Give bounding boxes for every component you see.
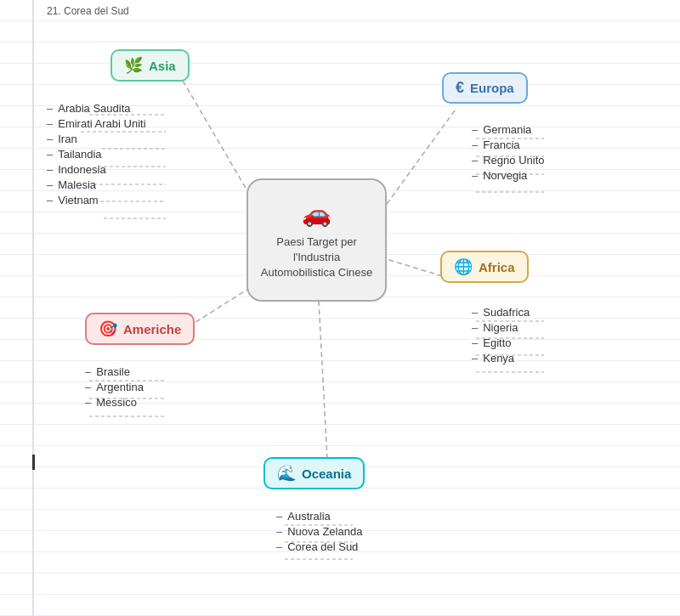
africa-country-list: Sudafrica Nigeria Egitto Kenya (472, 306, 530, 367)
central-node: 🚗 Paesi Target per l'Industria Automobil… (246, 178, 387, 302)
list-item: Indonesia (47, 163, 146, 176)
list-item: Arabia Saudita (47, 102, 146, 115)
list-item: Iran (47, 133, 146, 145)
list-item: Egitto (472, 336, 530, 349)
list-item: Australia (276, 510, 362, 523)
list-item: Emirati Arabi Uniti (47, 117, 146, 130)
list-item: Messico (85, 396, 144, 409)
oceania-country-list: Australia Nuova Zelanda Corea del Sud (276, 510, 362, 556)
europa-icon: € (456, 79, 464, 97)
list-item: Argentina (85, 381, 144, 393)
page-container: 21. Corea del Sud (0, 0, 680, 616)
left-border (32, 0, 34, 616)
car-icon: 🚗 (302, 200, 332, 228)
list-item: Vietnam (47, 194, 146, 206)
list-item: Malesia (47, 178, 146, 191)
europa-label: Europa (470, 81, 514, 95)
page-number: 21. Corea del Sud (47, 5, 129, 17)
list-item: Nigeria (472, 321, 530, 334)
asia-country-list: Arabia Saudita Emirati Arabi Uniti Iran … (47, 102, 146, 209)
central-label: Paesi Target per l'Industria Automobilis… (257, 235, 377, 281)
europa-country-list: Germania Francia Regno Unito Norvegia (472, 123, 545, 184)
africa-label: Africa (479, 260, 515, 274)
americhe-country-list: Brasile Argentina Messico (85, 365, 144, 411)
africa-icon: 🌐 (454, 257, 473, 276)
europa-region-box: € Europa (442, 72, 528, 104)
list-item: Nuova Zelanda (276, 525, 362, 538)
list-item: Kenya (472, 352, 530, 365)
cursor-line (32, 455, 35, 470)
list-item: Sudafrica (472, 306, 530, 319)
asia-icon: 🌿 (124, 56, 143, 75)
americhe-icon: 🎯 (99, 319, 117, 338)
list-item: Germania (472, 123, 545, 136)
oceania-label: Oceania (302, 466, 351, 481)
oceania-icon: 🌊 (277, 464, 296, 483)
list-item: Francia (472, 138, 545, 151)
list-item: Regno Unito (472, 154, 545, 167)
list-item: Corea del Sud (276, 540, 362, 553)
oceania-region-box: 🌊 Oceania (264, 457, 365, 489)
asia-label: Asia (149, 59, 176, 73)
americhe-label: Americhe (123, 322, 181, 336)
africa-region-box: 🌐 Africa (440, 251, 529, 283)
list-item: Tailandia (47, 148, 146, 161)
americhe-region-box: 🎯 Americhe (85, 313, 195, 345)
list-item: Brasile (85, 365, 144, 378)
list-item: Norvegia (472, 169, 545, 182)
asia-region-box: 🌿 Asia (110, 49, 190, 82)
